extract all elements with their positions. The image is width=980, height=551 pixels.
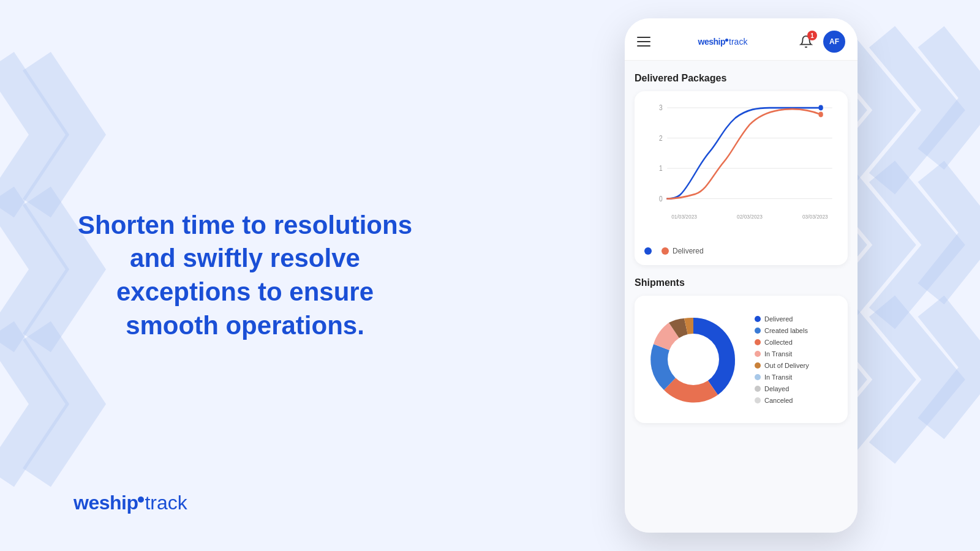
line-chart-svg: 3 2 1 0 01/03/2023 02/03/2023 03/03/2023 [644,101,838,236]
svg-text:1: 1 [659,165,663,173]
legend-item-in-transit-2: In Transit [755,373,809,381]
legend-item-canceled: Canceled [755,397,809,404]
legend-dot-canceled [755,397,761,403]
svg-text:03/03/2023: 03/03/2023 [802,214,828,220]
donut-hole [668,334,719,385]
legend-item-collected: Collected [755,339,809,346]
notification-badge: 1 [807,31,817,40]
legend-dot-in-transit-2 [755,374,761,380]
legend-item-in-transit-1: In Transit [755,350,809,358]
legend-dot-in-transit-1 [755,351,761,357]
legend-orange-dot [662,247,669,255]
menu-button[interactable] [637,37,650,47]
chart-legend: Delivered [644,242,838,255]
orange-end-dot [818,112,823,118]
orange-line [667,109,821,198]
delivered-packages-card: 3 2 1 0 01/03/2023 02/03/2023 03/03/2023 [635,91,848,265]
notification-button[interactable]: 1 [795,31,817,53]
tagline: Shorten time to resolutions and swiftly … [74,209,417,342]
shipments-card: Delivered Created labels Collected [635,296,848,423]
delivered-packages-title: Delivered Packages [635,73,848,84]
legend-dot-collected [755,339,761,345]
legend-delivered-label: Delivered [673,247,704,255]
legend-blue [644,247,652,255]
legend-item-delivered: Delivered [755,315,809,323]
svg-text:02/03/2023: 02/03/2023 [737,214,763,220]
phone-body[interactable]: Delivered Packages 3 2 1 0 [625,61,858,533]
logo-track-header: track [729,37,747,47]
menu-line-3 [637,45,650,47]
svg-text:01/03/2023: 01/03/2023 [671,214,697,220]
svg-text:0: 0 [659,195,663,203]
donut-area: Delivered Created labels Collected [644,305,838,413]
legend-dot-delayed [755,386,761,392]
blue-line [667,108,821,199]
bottom-logo: weshiptrack [74,492,187,514]
legend-label-canceled: Canceled [764,397,793,404]
left-content: Shorten time to resolutions and swiftly … [49,0,478,551]
legend-blue-dot [644,247,652,255]
logo-weship-header: weship [698,37,725,47]
legend-label-delayed: Delayed [764,385,789,392]
logo-track-large: track [145,492,187,514]
legend-label-delivered: Delivered [764,315,793,323]
phone-frame: weshiptrack 1 AF Delivered Packages [625,18,858,533]
svg-text:3: 3 [659,104,663,112]
legend-dot-created-labels [755,328,761,334]
legend-item-out-of-delivery: Out of Delivery [755,362,809,369]
legend-label-collected: Collected [764,339,793,346]
logo-dot-header [725,39,728,42]
blue-end-dot [818,105,823,111]
logo-dot-large [138,497,144,503]
menu-line-2 [637,41,650,42]
logo-weship-large: weship [74,492,138,514]
avatar-button[interactable]: AF [823,31,845,53]
svg-text:2: 2 [659,134,663,142]
donut-legend: Delivered Created labels Collected [755,315,809,404]
header-logo: weshiptrack [698,37,748,47]
donut-chart-svg [644,310,742,408]
line-chart-area: 3 2 1 0 01/03/2023 02/03/2023 03/03/2023 [644,101,838,236]
legend-item-delayed: Delayed [755,385,809,392]
legend-dot-delivered [755,316,761,322]
legend-label-in-transit-1: In Transit [764,350,792,358]
phone-header: weshiptrack 1 AF [625,18,858,61]
legend-orange: Delivered [662,247,704,255]
brand-logo-large: weshiptrack [74,492,187,514]
header-actions: 1 AF [795,31,845,53]
phone-mockup: weshiptrack 1 AF Delivered Packages [625,18,858,533]
legend-item-created-labels: Created labels [755,327,809,334]
menu-line-1 [637,37,650,38]
legend-dot-out-of-delivery [755,362,761,369]
shipments-title: Shipments [635,277,848,288]
legend-label-created-labels: Created labels [764,327,808,334]
legend-label-in-transit-2: In Transit [764,373,792,381]
legend-label-out-of-delivery: Out of Delivery [764,362,809,369]
